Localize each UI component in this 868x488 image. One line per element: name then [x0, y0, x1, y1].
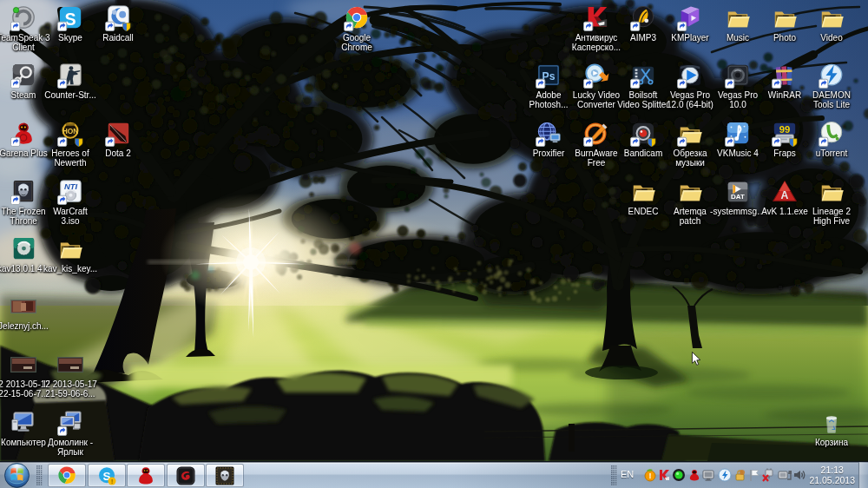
svg-text:!: ! — [649, 472, 652, 480]
svg-text:A: A — [781, 189, 789, 201]
svg-text:!: ! — [110, 478, 112, 484]
svg-text:99: 99 — [779, 124, 791, 135]
svg-text:DAT: DAT — [731, 193, 745, 201]
svg-text:HON: HON — [62, 127, 79, 135]
